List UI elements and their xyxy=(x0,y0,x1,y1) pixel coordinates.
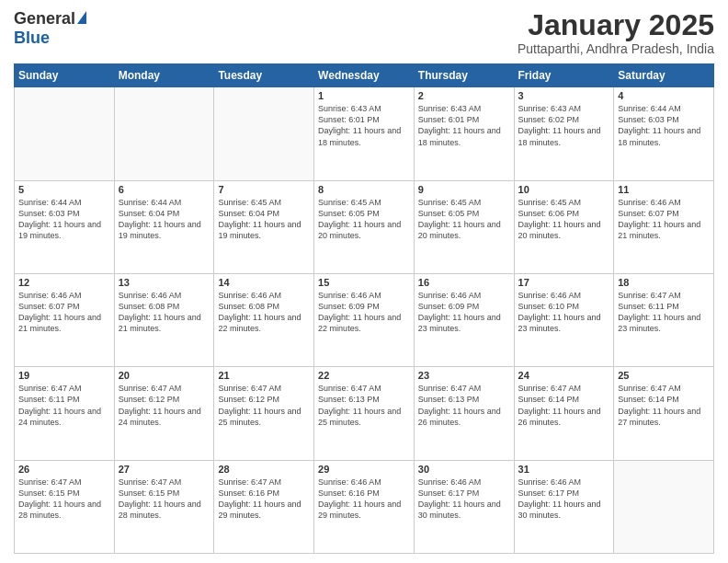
day-number: 27 xyxy=(119,464,210,475)
header: General Blue January 2025 Puttaparthi, A… xyxy=(14,9,714,56)
calendar-day-cell: 30Sunrise: 6:46 AM Sunset: 6:17 PM Dayli… xyxy=(414,460,514,553)
day-info: Sunrise: 6:44 AM Sunset: 6:03 PM Dayligh… xyxy=(618,103,710,148)
calendar-day-cell: 23Sunrise: 6:47 AM Sunset: 6:13 PM Dayli… xyxy=(414,367,514,460)
calendar-day-header: Sunday xyxy=(15,64,115,87)
day-info: Sunrise: 6:44 AM Sunset: 6:03 PM Dayligh… xyxy=(18,197,110,242)
title-block: January 2025 Puttaparthi, Andhra Pradesh… xyxy=(518,9,714,56)
day-info: Sunrise: 6:47 AM Sunset: 6:13 PM Dayligh… xyxy=(318,383,410,428)
logo-triangle-icon xyxy=(77,11,86,24)
day-info: Sunrise: 6:47 AM Sunset: 6:11 PM Dayligh… xyxy=(18,383,110,428)
day-number: 21 xyxy=(218,370,310,381)
day-info: Sunrise: 6:46 AM Sunset: 6:17 PM Dayligh… xyxy=(518,477,610,522)
calendar-day-cell: 29Sunrise: 6:46 AM Sunset: 6:16 PM Dayli… xyxy=(314,460,415,553)
day-info: Sunrise: 6:43 AM Sunset: 6:01 PM Dayligh… xyxy=(318,103,410,148)
day-number: 2 xyxy=(418,90,510,101)
logo-blue: Blue xyxy=(14,29,50,48)
calendar-day-cell: 25Sunrise: 6:47 AM Sunset: 6:14 PM Dayli… xyxy=(614,367,714,460)
day-info: Sunrise: 6:46 AM Sunset: 6:16 PM Dayligh… xyxy=(318,477,410,522)
calendar-day-cell xyxy=(114,87,214,180)
day-info: Sunrise: 6:47 AM Sunset: 6:15 PM Dayligh… xyxy=(18,477,110,522)
page: General Blue January 2025 Puttaparthi, A… xyxy=(0,0,728,563)
calendar-table: SundayMondayTuesdayWednesdayThursdayFrid… xyxy=(14,63,714,554)
day-number: 20 xyxy=(119,370,210,381)
day-number: 16 xyxy=(418,277,510,288)
day-info: Sunrise: 6:44 AM Sunset: 6:04 PM Dayligh… xyxy=(119,197,210,242)
calendar-day-cell: 22Sunrise: 6:47 AM Sunset: 6:13 PM Dayli… xyxy=(314,367,415,460)
calendar-day-cell: 18Sunrise: 6:47 AM Sunset: 6:11 PM Dayli… xyxy=(614,273,714,366)
day-info: Sunrise: 6:45 AM Sunset: 6:05 PM Dayligh… xyxy=(318,197,410,242)
day-info: Sunrise: 6:47 AM Sunset: 6:13 PM Dayligh… xyxy=(418,383,510,428)
calendar-day-cell: 19Sunrise: 6:47 AM Sunset: 6:11 PM Dayli… xyxy=(15,367,115,460)
calendar-day-cell: 10Sunrise: 6:45 AM Sunset: 6:06 PM Dayli… xyxy=(514,180,614,273)
day-number: 22 xyxy=(318,370,410,381)
day-number: 12 xyxy=(18,277,110,288)
calendar-day-cell: 11Sunrise: 6:46 AM Sunset: 6:07 PM Dayli… xyxy=(614,180,714,273)
day-info: Sunrise: 6:46 AM Sunset: 6:09 PM Dayligh… xyxy=(418,290,510,335)
day-number: 30 xyxy=(418,464,510,475)
calendar-day-cell: 26Sunrise: 6:47 AM Sunset: 6:15 PM Dayli… xyxy=(15,460,115,553)
day-number: 11 xyxy=(618,184,710,195)
calendar-header-row: SundayMondayTuesdayWednesdayThursdayFrid… xyxy=(15,64,714,87)
day-info: Sunrise: 6:46 AM Sunset: 6:07 PM Dayligh… xyxy=(618,197,710,242)
calendar-day-cell: 13Sunrise: 6:46 AM Sunset: 6:08 PM Dayli… xyxy=(114,273,214,366)
day-number: 31 xyxy=(518,464,610,475)
day-number: 7 xyxy=(218,184,310,195)
calendar-day-cell: 7Sunrise: 6:45 AM Sunset: 6:04 PM Daylig… xyxy=(214,180,314,273)
calendar-day-cell: 28Sunrise: 6:47 AM Sunset: 6:16 PM Dayli… xyxy=(214,460,314,553)
day-number: 6 xyxy=(119,184,210,195)
day-info: Sunrise: 6:47 AM Sunset: 6:15 PM Dayligh… xyxy=(119,477,210,522)
calendar-day-cell: 9Sunrise: 6:45 AM Sunset: 6:05 PM Daylig… xyxy=(414,180,514,273)
calendar-day-cell: 31Sunrise: 6:46 AM Sunset: 6:17 PM Dayli… xyxy=(514,460,614,553)
day-number: 10 xyxy=(518,184,610,195)
day-info: Sunrise: 6:43 AM Sunset: 6:01 PM Dayligh… xyxy=(418,103,510,148)
calendar-day-cell: 21Sunrise: 6:47 AM Sunset: 6:12 PM Dayli… xyxy=(214,367,314,460)
day-number: 13 xyxy=(119,277,210,288)
calendar-day-cell xyxy=(15,87,115,180)
logo-general: General xyxy=(14,9,75,29)
calendar-day-cell: 6Sunrise: 6:44 AM Sunset: 6:04 PM Daylig… xyxy=(114,180,214,273)
calendar-day-header: Tuesday xyxy=(214,64,314,87)
day-number: 8 xyxy=(318,184,410,195)
calendar-week-row: 12Sunrise: 6:46 AM Sunset: 6:07 PM Dayli… xyxy=(15,273,714,366)
day-number: 4 xyxy=(618,90,710,101)
day-info: Sunrise: 6:46 AM Sunset: 6:08 PM Dayligh… xyxy=(119,290,210,335)
day-info: Sunrise: 6:46 AM Sunset: 6:17 PM Dayligh… xyxy=(418,477,510,522)
calendar-day-cell: 3Sunrise: 6:43 AM Sunset: 6:02 PM Daylig… xyxy=(514,87,614,180)
day-number: 17 xyxy=(518,277,610,288)
day-info: Sunrise: 6:45 AM Sunset: 6:06 PM Dayligh… xyxy=(518,197,610,242)
calendar-day-cell: 20Sunrise: 6:47 AM Sunset: 6:12 PM Dayli… xyxy=(114,367,214,460)
day-number: 14 xyxy=(218,277,310,288)
day-info: Sunrise: 6:46 AM Sunset: 6:07 PM Dayligh… xyxy=(18,290,110,335)
day-number: 18 xyxy=(618,277,710,288)
calendar-day-cell: 12Sunrise: 6:46 AM Sunset: 6:07 PM Dayli… xyxy=(15,273,115,366)
day-number: 24 xyxy=(518,370,610,381)
calendar-day-cell: 17Sunrise: 6:46 AM Sunset: 6:10 PM Dayli… xyxy=(514,273,614,366)
calendar-day-header: Friday xyxy=(514,64,614,87)
day-info: Sunrise: 6:47 AM Sunset: 6:14 PM Dayligh… xyxy=(518,383,610,428)
logo: General Blue xyxy=(14,9,86,48)
calendar-day-cell: 27Sunrise: 6:47 AM Sunset: 6:15 PM Dayli… xyxy=(114,460,214,553)
day-number: 9 xyxy=(418,184,510,195)
calendar-week-row: 26Sunrise: 6:47 AM Sunset: 6:15 PM Dayli… xyxy=(15,460,714,553)
day-info: Sunrise: 6:47 AM Sunset: 6:12 PM Dayligh… xyxy=(119,383,210,428)
day-info: Sunrise: 6:47 AM Sunset: 6:11 PM Dayligh… xyxy=(618,290,710,335)
day-info: Sunrise: 6:47 AM Sunset: 6:12 PM Dayligh… xyxy=(218,383,310,428)
month-title: January 2025 xyxy=(518,9,714,41)
calendar-day-cell: 2Sunrise: 6:43 AM Sunset: 6:01 PM Daylig… xyxy=(414,87,514,180)
location: Puttaparthi, Andhra Pradesh, India xyxy=(518,41,714,56)
calendar-week-row: 1Sunrise: 6:43 AM Sunset: 6:01 PM Daylig… xyxy=(15,87,714,180)
day-number: 25 xyxy=(618,370,710,381)
calendar-day-header: Wednesday xyxy=(314,64,415,87)
day-info: Sunrise: 6:47 AM Sunset: 6:16 PM Dayligh… xyxy=(218,477,310,522)
calendar-week-row: 5Sunrise: 6:44 AM Sunset: 6:03 PM Daylig… xyxy=(15,180,714,273)
calendar-day-cell: 24Sunrise: 6:47 AM Sunset: 6:14 PM Dayli… xyxy=(514,367,614,460)
calendar-day-cell xyxy=(214,87,314,180)
day-number: 23 xyxy=(418,370,510,381)
day-info: Sunrise: 6:43 AM Sunset: 6:02 PM Dayligh… xyxy=(518,103,610,148)
day-number: 26 xyxy=(18,464,110,475)
day-info: Sunrise: 6:46 AM Sunset: 6:10 PM Dayligh… xyxy=(518,290,610,335)
calendar-day-cell: 16Sunrise: 6:46 AM Sunset: 6:09 PM Dayli… xyxy=(414,273,514,366)
calendar-day-cell: 8Sunrise: 6:45 AM Sunset: 6:05 PM Daylig… xyxy=(314,180,415,273)
day-number: 5 xyxy=(18,184,110,195)
day-number: 1 xyxy=(318,90,410,101)
